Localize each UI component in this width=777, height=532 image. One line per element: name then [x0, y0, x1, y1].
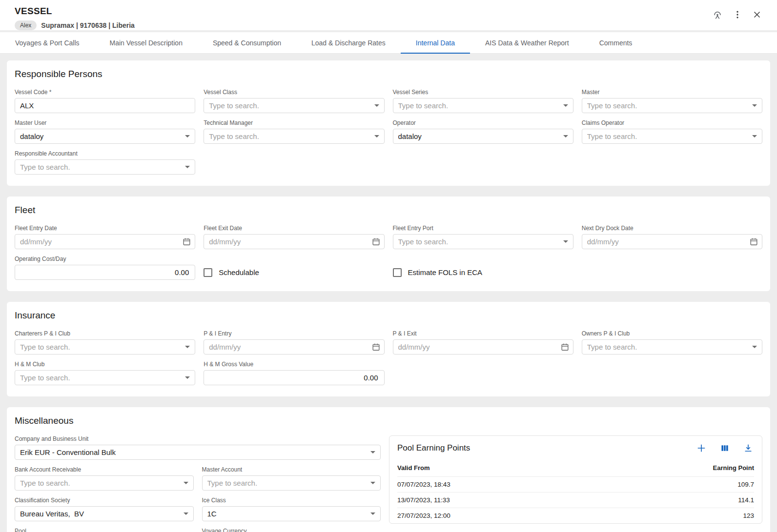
- field-company-business-unit: Company and Business Unit: [15, 435, 381, 460]
- master-select[interactable]: [582, 98, 762, 113]
- hm-club-select[interactable]: [15, 370, 195, 385]
- calendar-icon[interactable]: [749, 237, 758, 246]
- vessel-series-select[interactable]: [393, 98, 573, 113]
- vessel-subtitle: Supramax | 9170638 | Liberia: [41, 21, 135, 29]
- calendar-icon[interactable]: [371, 342, 381, 352]
- bank-account-receivable-select[interactable]: [15, 475, 194, 491]
- table-header-row: Valid From Earning Point: [397, 459, 754, 477]
- field-label: Claims Operator: [582, 119, 762, 126]
- field-label: Vessel Code *: [15, 89, 195, 96]
- master-user-select[interactable]: [15, 129, 195, 144]
- pool-earning-points-actions: [695, 442, 754, 454]
- internal-data-panel: Responsible Persons Vessel Code * Vessel…: [0, 54, 777, 532]
- download-icon[interactable]: [742, 442, 754, 454]
- classification-society-select[interactable]: [15, 506, 194, 521]
- checkbox-label: Schedulable: [219, 268, 259, 276]
- fleet-entry-port-select[interactable]: [393, 234, 573, 249]
- pi-exit-date-input[interactable]: [393, 339, 573, 355]
- kebab-menu-icon[interactable]: [730, 7, 745, 22]
- pi-entry-date-input[interactable]: [204, 339, 384, 355]
- vessel-window: VESSEL Alex Supramax | 9170638 | Liberia: [0, 0, 777, 532]
- valid-from-cell: 13/07/2023, 11:33: [397, 493, 598, 508]
- schedulable-checkbox[interactable]: Schedulable: [204, 265, 384, 280]
- table-row[interactable]: 13/07/2023, 11:33 114.1: [397, 493, 754, 508]
- close-icon[interactable]: [750, 7, 764, 22]
- hm-gross-value-input[interactable]: [204, 370, 384, 385]
- charterers-pi-club-select[interactable]: [15, 339, 195, 355]
- owners-pi-club-select[interactable]: [582, 339, 762, 355]
- field-label: H & M Club: [15, 361, 195, 368]
- field-label: Master Account: [202, 466, 381, 473]
- tab-ais-data-weather-report[interactable]: AIS Data & Weather Report: [470, 32, 584, 53]
- table-row[interactable]: 07/07/2023, 18:43 109.7: [397, 477, 754, 493]
- tab-load-discharge-rates[interactable]: Load & Discharge Rates: [296, 32, 401, 53]
- responsible-accountant-select[interactable]: [15, 159, 195, 175]
- add-icon[interactable]: [695, 442, 707, 454]
- technical-manager-select[interactable]: [204, 129, 384, 144]
- field-responsible-accountant: Responsible Accountant: [15, 150, 195, 175]
- view-columns-icon[interactable]: [719, 442, 731, 454]
- calendar-icon[interactable]: [182, 237, 191, 246]
- master-account-select[interactable]: [202, 475, 381, 491]
- field-hm-gross-value: H & M Gross Value: [204, 361, 384, 385]
- field-label: Technical Manager: [204, 119, 384, 126]
- tab-speed-consumption[interactable]: Speed & Consumption: [198, 32, 296, 53]
- calendar-icon[interactable]: [560, 342, 570, 352]
- field-operator: Operator: [393, 119, 573, 144]
- field-pi-exit: P & I Exit: [393, 330, 573, 355]
- field-owners-pi-club: Owners P & I Club: [582, 330, 762, 355]
- field-master: Master: [582, 89, 762, 113]
- field-label: Vessel Class: [204, 89, 384, 96]
- calendar-icon[interactable]: [371, 237, 381, 246]
- section-title: Responsible Persons: [15, 69, 762, 79]
- operating-cost-day-input[interactable]: [15, 265, 195, 280]
- field-label: Bank Account Receivable: [15, 466, 194, 473]
- field-label: Fleet Entry Port: [393, 225, 573, 232]
- valid-from-cell: 07/07/2023, 18:43: [397, 477, 598, 493]
- section-title: Insurance: [15, 310, 762, 321]
- fleet-exit-date-input[interactable]: [204, 234, 384, 249]
- vessel-code-input[interactable]: [15, 98, 195, 113]
- field-label: Owners P & I Club: [582, 330, 762, 337]
- earning-point-cell: 109.7: [598, 477, 754, 493]
- field-label: Responsible Accountant: [15, 150, 195, 157]
- grid-spacer: [582, 361, 762, 385]
- field-pi-entry: P & I Entry: [204, 330, 384, 355]
- tab-internal-data[interactable]: Internal Data: [401, 32, 470, 53]
- field-label: Fleet Exit Date: [204, 225, 384, 232]
- tab-bar: Voyages & Port Calls Main Vessel Descrip…: [0, 32, 777, 54]
- pool-earning-points-card: Pool Earning Points: [389, 435, 762, 524]
- fleet-entry-date-input[interactable]: [15, 234, 195, 249]
- table-row[interactable]: 27/07/2023, 12:00 123: [397, 508, 754, 524]
- page-title: VESSEL: [15, 6, 135, 17]
- checkbox-unchecked-icon: [393, 268, 402, 277]
- operator-select[interactable]: [393, 129, 573, 144]
- field-label: Operating Cost/Day: [15, 256, 195, 262]
- tab-voyages-port-calls[interactable]: Voyages & Port Calls: [0, 32, 95, 53]
- field-label: Classification Society: [15, 497, 194, 504]
- field-vessel-code: Vessel Code *: [15, 89, 195, 113]
- vessel-class-select[interactable]: [204, 98, 384, 113]
- company-business-unit-select[interactable]: [15, 445, 381, 460]
- field-label: Master: [582, 89, 762, 96]
- section-title: Miscellaneous: [15, 415, 762, 426]
- next-dry-dock-date-input[interactable]: [582, 234, 762, 249]
- field-label: Company and Business Unit: [15, 435, 381, 442]
- pool-earning-points-title: Pool Earning Points: [397, 443, 470, 453]
- claims-operator-select[interactable]: [582, 129, 762, 144]
- field-label: P & I Entry: [204, 330, 384, 337]
- estimate-fols-in-eca-checkbox[interactable]: Estimate FOLS in ECA: [393, 265, 573, 280]
- ice-class-select[interactable]: [202, 506, 381, 521]
- vessel-summary: Alex Supramax | 9170638 | Liberia: [15, 20, 135, 30]
- antenna-icon[interactable]: [710, 7, 725, 22]
- fleet-grid: Fleet Entry Date Fleet Exit Date: [15, 225, 762, 280]
- field-label: Next Dry Dock Date: [582, 225, 762, 232]
- field-voyage-currency: Voyage Currency: [202, 528, 381, 532]
- tab-main-vessel-description[interactable]: Main Vessel Description: [95, 32, 198, 53]
- tab-comments[interactable]: Comments: [584, 32, 648, 53]
- miscellaneous-grid: Company and Business Unit Bank Account R…: [15, 435, 381, 532]
- field-hm-club: H & M Club: [15, 361, 195, 385]
- field-operating-cost-day: Operating Cost/Day: [15, 256, 195, 280]
- responsible-persons-grid: Vessel Code * Vessel Class Vessel Series: [15, 89, 762, 175]
- column-header-valid-from: Valid From: [397, 459, 598, 477]
